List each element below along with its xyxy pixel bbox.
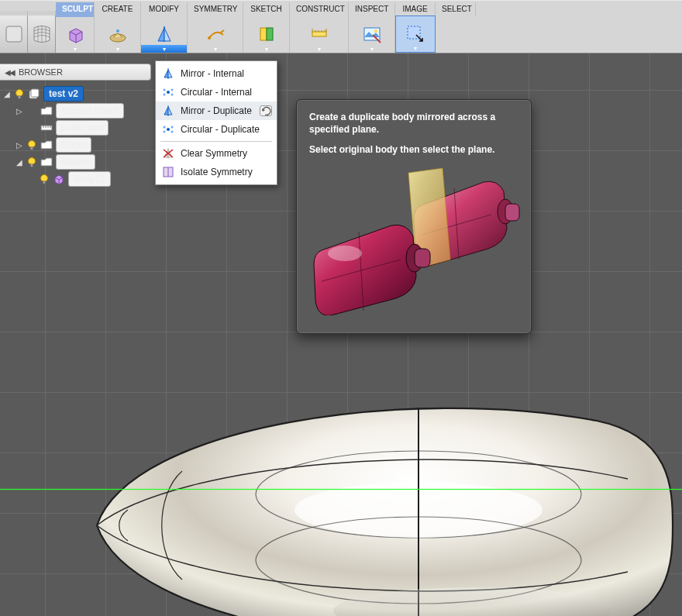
svg-rect-12 bbox=[312, 32, 326, 36]
svg-point-25 bbox=[41, 175, 48, 182]
toolbar-icons: ▾▾▾▾▾▾▾▾ bbox=[0, 15, 682, 53]
dropdown-arrow-icon[interactable]: ▾ bbox=[56, 45, 94, 53]
tree-item-label: test v2 bbox=[43, 86, 84, 102]
visibility-bulb-icon[interactable] bbox=[14, 88, 25, 99]
tree-item-label: Body11 bbox=[68, 171, 111, 187]
menu-item-mirror-duplicate[interactable]: Mirror - Duplicate bbox=[156, 102, 277, 120]
dropdown-arrow-icon[interactable]: ▾ bbox=[188, 45, 243, 53]
symmetry-icon-button[interactable]: ▾ bbox=[141, 15, 188, 53]
mesh-icon bbox=[32, 24, 52, 44]
svg-point-27 bbox=[167, 91, 170, 94]
menu-item-isolate-symmetry[interactable]: Isolate Symmetry bbox=[156, 163, 277, 181]
circular-icon bbox=[162, 86, 174, 98]
spacer bbox=[0, 11, 28, 15]
expander-icon[interactable]: ▷ bbox=[16, 107, 23, 115]
tab-sculpt[interactable]: SCULPT bbox=[56, 2, 95, 15]
body-icon bbox=[53, 173, 65, 185]
inspect-icon-button[interactable]: ▾ bbox=[290, 15, 349, 53]
menu-item-clear-symmetry[interactable]: Clear Symmetry bbox=[156, 144, 277, 163]
tab-label: SCULPT bbox=[62, 5, 93, 13]
construct-icon bbox=[255, 22, 278, 46]
svg-point-31 bbox=[171, 94, 174, 96]
box-icon-button[interactable] bbox=[0, 15, 28, 53]
menu-item-mirror-internal[interactable]: Mirror - Internal bbox=[156, 64, 277, 83]
tree-item-body11[interactable]: Body11 bbox=[0, 170, 151, 188]
tab-symmetry[interactable]: SYMMETRY bbox=[188, 2, 243, 15]
dropdown-arrow-icon[interactable]: ▾ bbox=[349, 45, 394, 53]
collapse-arrows-icon[interactable]: ◀◀ bbox=[5, 68, 14, 77]
svg-point-33 bbox=[164, 126, 166, 129]
svg-point-32 bbox=[167, 128, 170, 131]
symmetry-dropdown[interactable]: Mirror - InternalCircular - InternalMirr… bbox=[155, 60, 277, 185]
modify-icon-button[interactable]: ▾ bbox=[95, 15, 141, 53]
svg-rect-10 bbox=[260, 28, 267, 40]
tab-label: SELECT bbox=[442, 5, 472, 13]
mirror-icon bbox=[162, 105, 174, 117]
repeat-icon[interactable] bbox=[260, 105, 272, 116]
tree-item-named-views[interactable]: ▷Named Views bbox=[0, 102, 151, 119]
svg-point-8 bbox=[116, 29, 119, 33]
model-body[interactable] bbox=[85, 394, 674, 616]
svg-rect-39 bbox=[505, 204, 519, 221]
tab-create[interactable]: CREATE bbox=[95, 2, 141, 15]
tree-item-label: Units: mm bbox=[56, 120, 108, 136]
tooltip-line2: Select original body then select the pla… bbox=[309, 144, 494, 155]
dropdown-arrow-icon[interactable]: ▾ bbox=[141, 45, 187, 53]
tooltip-illustration bbox=[309, 164, 520, 319]
dropdown-arrow-icon[interactable]: ▾ bbox=[243, 45, 289, 53]
image-icon-button[interactable]: ▾ bbox=[349, 15, 395, 53]
create-icon-button[interactable]: ▾ bbox=[56, 15, 95, 53]
dropdown-arrow-icon[interactable]: ▾ bbox=[396, 44, 435, 52]
tab-construct[interactable]: CONSTRUCT bbox=[290, 2, 349, 15]
sketch-icon-button[interactable]: ▾ bbox=[188, 15, 243, 53]
visibility-bulb-icon[interactable] bbox=[26, 139, 37, 150]
tab-label: SKETCH bbox=[250, 5, 282, 13]
svg-point-35 bbox=[164, 131, 166, 133]
tree-item-bodies[interactable]: ◢Bodies bbox=[0, 153, 151, 170]
image-icon bbox=[360, 22, 384, 46]
tab-modify[interactable]: MODIFY bbox=[141, 2, 188, 15]
inspect-icon bbox=[308, 22, 331, 46]
menu-item-label: Clear Symmetry bbox=[181, 148, 247, 159]
menu-separator bbox=[160, 141, 272, 142]
svg-point-14 bbox=[374, 29, 377, 33]
tab-inspect[interactable]: INSPECT bbox=[349, 2, 395, 15]
visibility-bulb-icon[interactable] bbox=[26, 157, 37, 167]
tab-image[interactable]: IMAGE bbox=[395, 2, 436, 15]
menu-item-label: Circular - Duplicate bbox=[181, 124, 260, 135]
dropdown-arrow-icon[interactable]: ▾ bbox=[290, 45, 348, 53]
visibility-bulb-icon[interactable] bbox=[39, 174, 50, 184]
svg-point-16 bbox=[16, 90, 23, 97]
tree-item-units-mm[interactable]: Units: mm bbox=[0, 119, 151, 136]
browser-title: BROWSER bbox=[19, 67, 63, 77]
svg-point-46 bbox=[328, 246, 362, 261]
construct-icon-button[interactable]: ▾ bbox=[243, 15, 290, 53]
select-icon bbox=[404, 22, 427, 46]
doc-stack-icon bbox=[28, 88, 40, 100]
tab-label: IMAGE bbox=[402, 5, 427, 13]
svg-point-28 bbox=[164, 89, 166, 91]
svg-rect-24 bbox=[31, 164, 33, 167]
expander-icon[interactable]: ◢ bbox=[3, 90, 11, 98]
menu-item-label: Mirror - Internal bbox=[181, 68, 244, 79]
svg-rect-22 bbox=[31, 147, 33, 150]
svg-rect-43 bbox=[415, 249, 430, 267]
tree-item-origin[interactable]: ▷Origin bbox=[0, 136, 151, 153]
tab-sketch[interactable]: SKETCH bbox=[243, 2, 290, 15]
mesh-icon-button[interactable] bbox=[28, 15, 56, 53]
expander-icon[interactable]: ◢ bbox=[16, 158, 23, 167]
svg-point-21 bbox=[29, 141, 36, 148]
menu-item-circular-internal[interactable]: Circular - Internal bbox=[156, 83, 277, 102]
select-icon-button[interactable]: ▾ bbox=[395, 15, 436, 53]
browser-header[interactable]: ◀◀ BROWSER bbox=[0, 64, 151, 81]
menu-item-circular-duplicate[interactable]: Circular - Duplicate bbox=[156, 120, 277, 139]
dropdown-arrow-icon[interactable]: ▾ bbox=[95, 45, 140, 53]
browser-panel: ◀◀ BROWSER ◢test v2▷Named ViewsUnits: mm… bbox=[0, 64, 151, 188]
tree-item-test-v2[interactable]: ◢test v2 bbox=[0, 85, 151, 102]
svg-rect-19 bbox=[31, 89, 39, 97]
box-icon bbox=[4, 24, 24, 44]
tab-select[interactable]: SELECT bbox=[436, 2, 476, 15]
tree-item-label: Origin bbox=[56, 137, 91, 153]
isolate-sym-icon bbox=[162, 166, 174, 178]
expander-icon[interactable]: ▷ bbox=[16, 141, 23, 150]
